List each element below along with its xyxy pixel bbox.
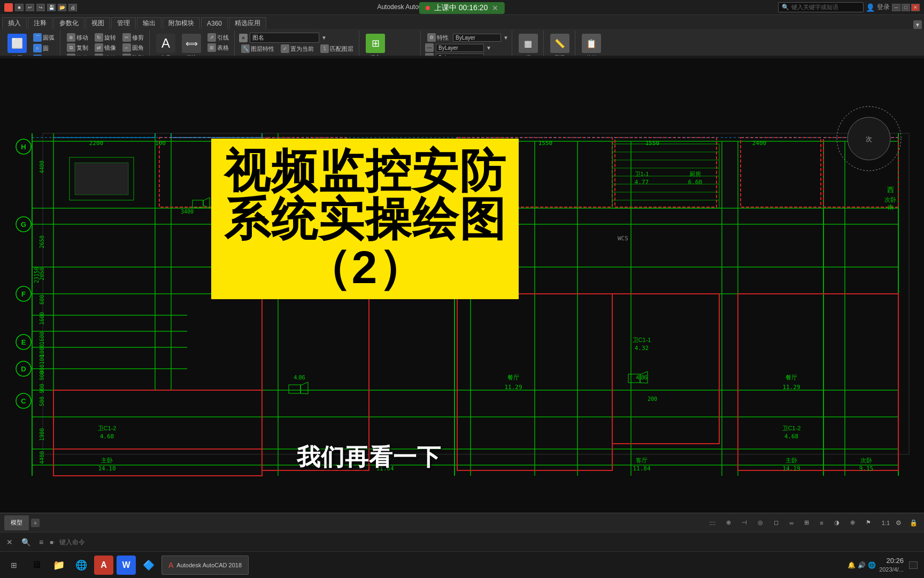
set-current-btn[interactable]: ✓置为当前	[279, 44, 316, 54]
settings-icon-btn[interactable]: ⚙	[892, 516, 905, 529]
svg-text:西: 西	[887, 186, 894, 194]
layer-props-label: 图层特性	[251, 45, 274, 53]
cmd-menu-btn[interactable]: ≡	[37, 537, 45, 547]
ribbon-layers-tools: ≡ 图名 ▼ 🔧图层特性 ✓置为当前 ⤵匹配图层	[239, 33, 356, 58]
tab-manage[interactable]: 管理	[111, 17, 136, 29]
rotate-label: 旋转	[104, 34, 116, 42]
arc-btn[interactable]: ⌒圆弧	[31, 33, 57, 42]
login-btn[interactable]: 登录	[877, 3, 890, 12]
main-drawing-area[interactable]: WCS 2200 100 3100 1200 2400 1550 1550 24…	[0, 56, 924, 532]
layer-dropdown-arrow[interactable]: ▼	[321, 35, 327, 41]
svg-text:100: 100	[39, 355, 45, 364]
ribbon-minimize-icon[interactable]: ▼	[913, 20, 922, 29]
transparency-btn[interactable]: ◑	[830, 516, 844, 529]
cmd-close-btn[interactable]: ✕	[4, 537, 15, 547]
undo-btn[interactable]: ↩	[26, 4, 34, 11]
taskbar-a-btn[interactable]: A	[94, 556, 113, 575]
add-tab-btn[interactable]: +	[31, 519, 40, 527]
timer-close[interactable]: ✕	[492, 4, 498, 12]
print-btn[interactable]: 🖨	[68, 4, 77, 11]
cmd-search-btn[interactable]: 🔍	[19, 537, 33, 547]
svg-text:4.68: 4.68	[784, 433, 799, 440]
layer-props-btn[interactable]: 🔧图层特性	[239, 44, 276, 54]
maximize-btn[interactable]: □	[902, 4, 910, 11]
bylayer-1-arrow[interactable]: ▼	[503, 35, 509, 41]
autocad-taskbar-icon: A	[168, 561, 173, 569]
polar-btn[interactable]: ◎	[753, 516, 767, 529]
otrack-btn[interactable]: ∞	[785, 516, 798, 529]
svg-text:11.29: 11.29	[782, 384, 800, 391]
osnap-btn[interactable]: ◻	[769, 516, 783, 529]
taskbar-gem-btn[interactable]: 🔷	[139, 556, 158, 575]
taskbar: ⊞ 🖥 📁 🌐 A W 🔷 A Autodesk AutoCAD 2018 🔔 …	[0, 551, 924, 578]
insert-icon: ⊞	[366, 34, 385, 53]
tab-insert[interactable]: 插入	[2, 17, 27, 29]
bylayer-2-arrow[interactable]: ▼	[486, 45, 491, 51]
svg-text:600: 600	[39, 295, 45, 305]
copy-btn[interactable]: ⧉复制	[65, 43, 90, 52]
svg-text:G: G	[21, 220, 26, 229]
move-label: 移动	[76, 34, 88, 42]
taskbar-autocad-window[interactable]: A Autodesk AutoCAD 2018	[161, 556, 249, 575]
model-tab[interactable]: 模型	[4, 515, 29, 530]
svg-text:4400: 4400	[39, 161, 45, 173]
trim-icon: ✂	[122, 33, 131, 42]
show-desktop-btn[interactable]	[907, 559, 920, 572]
table-icon: ⊞	[207, 43, 216, 52]
close-btn[interactable]: ✕	[911, 4, 920, 11]
taskbar-chrome-btn[interactable]: 🌐	[72, 556, 91, 575]
dynin-btn[interactable]: ⊞	[800, 516, 813, 529]
move-btn[interactable]: ⊕移动	[65, 33, 90, 42]
taskbar-start-btn[interactable]: ⊞	[4, 556, 24, 575]
leader-btn[interactable]: ↗引线	[205, 33, 231, 42]
svg-text:H: H	[21, 143, 26, 151]
tab-output[interactable]: 输出	[137, 17, 161, 29]
sel-cycle-btn[interactable]: ⊕	[846, 516, 859, 529]
tab-annotation[interactable]: 注释	[28, 17, 52, 29]
paste-icon: 📋	[582, 34, 601, 53]
minimize-btn[interactable]: ─	[892, 4, 900, 11]
bylayer-2-dropdown[interactable]: ByLayer	[436, 44, 484, 52]
svg-text:主卧: 主卧	[101, 457, 113, 463]
table-btn[interactable]: ⊞表格	[205, 43, 231, 52]
tray-icon-3: 🌐	[868, 561, 876, 569]
layers-icon: ≡	[239, 34, 248, 42]
taskbar-word-btn[interactable]: W	[117, 556, 136, 575]
taskbar-files-btn[interactable]: 📁	[49, 556, 68, 575]
match-layer-btn[interactable]: ⤵匹配图层	[318, 44, 356, 54]
tab-view[interactable]: 视图	[86, 17, 110, 29]
rotate-btn[interactable]: ↻旋转	[93, 33, 118, 42]
trim-btn[interactable]: ✂修剪	[120, 33, 146, 42]
rotate-icon: ↻	[95, 33, 103, 42]
lock-icon-btn[interactable]: 🔒	[907, 516, 920, 529]
bylayer-1-dropdown[interactable]: ByLayer	[453, 34, 501, 42]
svg-text:2050: 2050	[39, 268, 45, 280]
svg-text:卫C1-2: 卫C1-2	[782, 425, 801, 431]
copy-icon: ⧉	[67, 43, 75, 52]
redo-btn[interactable]: ↪	[36, 4, 45, 11]
command-input[interactable]	[59, 538, 920, 546]
grid-btn[interactable]: ::::	[705, 516, 720, 529]
snap-btn[interactable]: ⊕	[722, 516, 735, 529]
draw-large-icon: ⬜	[7, 34, 27, 53]
circle-btn[interactable]: ○圆	[31, 43, 57, 53]
open-btn[interactable]: 📂	[58, 4, 66, 11]
tab-parametric[interactable]: 参数化	[53, 17, 84, 29]
overlay-title: 视频监控安防系统实操绘图（2）	[224, 147, 506, 292]
properties-btn[interactable]: ⚙特性	[425, 33, 451, 42]
lineweight-status-btn[interactable]: ≡	[815, 516, 827, 529]
search-box[interactable]: 🔍 键入关键字或短语	[778, 2, 864, 12]
mirror-btn[interactable]: ⇌镜像	[93, 43, 118, 52]
tab-addons[interactable]: 附加模块	[163, 17, 200, 29]
tab-express[interactable]: 精选应用	[229, 17, 266, 29]
fillet-btn[interactable]: ⌐圆角	[120, 43, 146, 52]
layer-dropdown[interactable]: 图名	[250, 33, 319, 43]
status-bar: 模型 + :::: ⊕ ⊣ ◎ ◻ ∞ ⊞ ≡ ◑ ⊕ ⚑ 1:1 ⚙ 🔒	[0, 513, 924, 532]
save-btn[interactable]: 💾	[47, 4, 56, 11]
win-quick-access[interactable]: ■	[15, 4, 24, 11]
ortho-btn[interactable]: ⊣	[737, 516, 751, 529]
tab-a360[interactable]: A360	[201, 17, 228, 29]
taskbar-folder-btn[interactable]: 🖥	[27, 556, 46, 575]
circle-icon: ○	[33, 44, 42, 52]
ann-monitor-btn[interactable]: ⚑	[861, 516, 875, 529]
